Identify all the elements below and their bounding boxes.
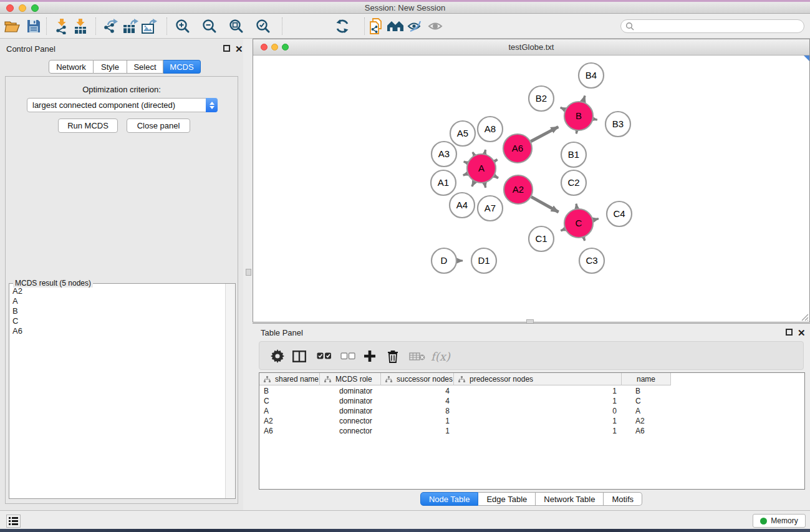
cell-MCDS-role[interactable]: dominator <box>321 396 382 406</box>
cell-successor-nodes[interactable]: 8 <box>382 406 456 416</box>
table-row[interactable]: A2connector11A2 <box>259 416 804 426</box>
open-session-button[interactable] <box>4 17 21 35</box>
cell-predecessor-nodes[interactable]: 1 <box>456 386 624 396</box>
network-canvas[interactable]: B4B2BB3A8A5A6A3B1AA1C2A2A4A7C4CC1DD1C3 <box>253 56 809 322</box>
close-table-panel-icon[interactable]: ✕ <box>798 329 806 336</box>
memory-button[interactable]: Memory <box>753 514 806 528</box>
cell-successor-nodes[interactable]: 1 <box>382 416 456 426</box>
cell-MCDS-role[interactable]: dominator <box>321 406 382 416</box>
edge-B-B1[interactable] <box>576 131 577 133</box>
cell-name[interactable]: C <box>624 396 674 406</box>
cell-predecessor-nodes[interactable]: 1 <box>456 396 624 406</box>
zoom-out-button[interactable] <box>201 17 218 35</box>
zoom-fit-button[interactable] <box>228 17 245 35</box>
float-panel-icon[interactable] <box>223 45 230 52</box>
cell-predecessor-nodes[interactable]: 1 <box>456 426 624 436</box>
column-header-name[interactable]: name <box>622 373 671 385</box>
show-columns-button[interactable] <box>292 347 306 365</box>
close-panel-button[interactable]: Close panel <box>127 118 190 133</box>
tab-style[interactable]: Style <box>94 60 127 74</box>
apply-function-button[interactable]: f(x) <box>431 347 450 365</box>
export-network-button[interactable] <box>102 17 120 35</box>
edge-C-C1[interactable] <box>561 229 564 231</box>
edge-B-B2[interactable] <box>561 107 565 109</box>
edge-C-C4[interactable] <box>593 219 598 220</box>
zoom-in-button[interactable] <box>174 17 191 35</box>
cell-MCDS-role[interactable]: connector <box>321 426 382 436</box>
cell-name[interactable]: A2 <box>624 416 674 426</box>
search-input[interactable] <box>634 22 804 31</box>
delete-column-button[interactable] <box>387 347 398 365</box>
close-panel-icon[interactable]: ✕ <box>235 46 243 52</box>
select-all-button[interactable] <box>317 347 332 365</box>
export-image-button[interactable] <box>140 17 158 35</box>
edge-A2-C[interactable] <box>531 197 559 212</box>
edge-A-A7[interactable] <box>485 183 486 187</box>
optimization-criterion-dropdown[interactable]: largest connected component (directed) <box>27 98 218 112</box>
run-mcds-button[interactable]: Run MCDS <box>58 118 118 133</box>
edge-A-A5[interactable] <box>473 152 475 155</box>
edge-A6-B[interactable] <box>531 127 558 141</box>
cell-name[interactable]: A6 <box>624 426 674 436</box>
mcds-result-item[interactable]: A6 <box>10 326 224 336</box>
show-graphics-button[interactable] <box>406 17 423 35</box>
mcds-result-item[interactable]: A2 <box>10 286 224 296</box>
cell-name[interactable]: A <box>624 406 674 416</box>
table-settings-button[interactable] <box>271 347 284 365</box>
import-network-button[interactable] <box>54 17 71 35</box>
mcds-result-list[interactable]: A2ABCA6 <box>10 286 224 498</box>
save-session-button[interactable] <box>25 17 42 35</box>
cell-successor-nodes[interactable]: 1 <box>382 426 456 436</box>
cell-shared-name[interactable]: A <box>259 406 321 416</box>
refresh-layout-button[interactable] <box>334 17 351 35</box>
scrollbar-track[interactable] <box>225 284 235 498</box>
cell-shared-name[interactable]: C <box>259 396 321 406</box>
tab-network-table[interactable]: Network Table <box>536 492 604 506</box>
column-header-shared-name[interactable]: shared name <box>259 373 320 385</box>
export-table-button[interactable] <box>122 17 139 35</box>
tab-mcds[interactable]: MCDS <box>163 60 201 74</box>
import-table-button[interactable] <box>72 17 89 35</box>
duplicate-network-button[interactable] <box>367 17 385 35</box>
tab-motifs[interactable]: Motifs <box>604 492 642 506</box>
cell-predecessor-nodes[interactable]: 0 <box>456 406 624 416</box>
resize-grip-icon[interactable] <box>801 313 809 321</box>
cell-name[interactable]: B <box>624 386 674 396</box>
edge-A-A3[interactable] <box>464 162 468 163</box>
cell-MCDS-role[interactable]: dominator <box>321 386 382 396</box>
tab-network[interactable]: Network <box>49 60 94 74</box>
edge-A-A4[interactable] <box>472 181 475 186</box>
delete-table-button[interactable] <box>409 347 425 365</box>
cell-shared-name[interactable]: B <box>259 386 321 396</box>
mcds-result-item[interactable]: A <box>10 296 224 306</box>
column-header-predecessor-nodes[interactable]: predecessor nodes <box>454 373 622 385</box>
cell-shared-name[interactable]: A2 <box>259 416 321 426</box>
edge-A-A1[interactable] <box>463 173 468 175</box>
home-button[interactable] <box>387 17 404 35</box>
cell-MCDS-role[interactable]: connector <box>321 416 382 426</box>
table-row[interactable]: Adominator80A <box>259 406 804 416</box>
edge-B-B4[interactable] <box>583 95 585 102</box>
edge-C-C3[interactable] <box>584 238 585 241</box>
zoom-selected-button[interactable] <box>254 17 272 35</box>
float-table-panel-icon[interactable] <box>786 329 793 336</box>
edge-C-C2[interactable] <box>576 204 577 208</box>
mcds-result-item[interactable]: B <box>10 306 224 316</box>
tab-edge-table[interactable]: Edge Table <box>478 492 536 506</box>
table-row[interactable]: Cdominator41C <box>259 396 804 406</box>
add-column-button[interactable] <box>364 347 376 365</box>
edge-A-A8[interactable] <box>485 150 485 153</box>
column-header-successor-nodes[interactable]: successor nodes <box>381 373 454 385</box>
table-row[interactable]: Bdominator41B <box>259 386 804 396</box>
cell-shared-name[interactable]: A6 <box>259 426 321 436</box>
eye-button[interactable] <box>427 17 444 35</box>
cell-successor-nodes[interactable]: 4 <box>382 396 456 406</box>
vertical-splitter-grip[interactable] <box>246 269 251 276</box>
network-window-titlebar[interactable]: testGlobe.txt <box>253 39 809 56</box>
edge-B-B3[interactable] <box>594 119 597 120</box>
tab-node-table[interactable]: Node Table <box>420 492 479 506</box>
edge-A-A6[interactable] <box>494 160 498 162</box>
search-field[interactable] <box>620 19 804 33</box>
cell-predecessor-nodes[interactable]: 1 <box>456 416 624 426</box>
column-header-MCDS-role[interactable]: MCDS role <box>320 373 381 385</box>
